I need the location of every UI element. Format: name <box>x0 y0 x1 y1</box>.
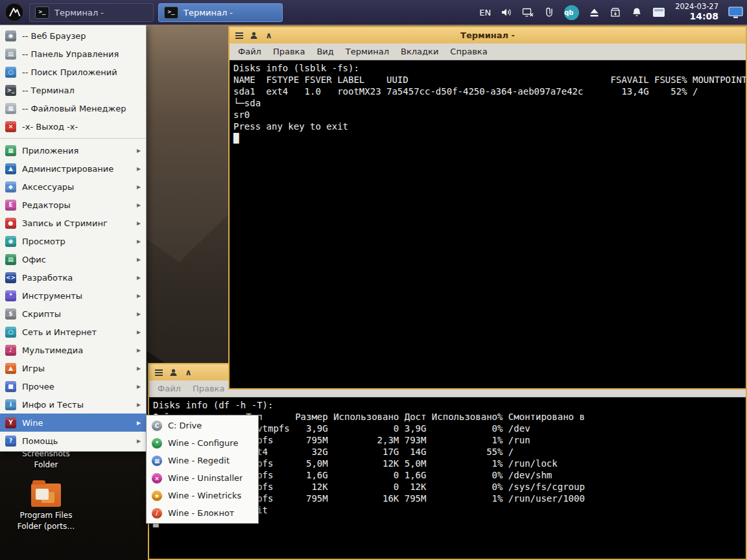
user-icon <box>250 31 258 40</box>
clipboard-manager-button[interactable] <box>544 6 554 18</box>
web-browser-icon: ◉ <box>5 30 16 41</box>
caret-up-icon: ∧ <box>265 31 272 40</box>
menu-item[interactable]: ▦ -- Файловый Менеджер <box>0 99 146 117</box>
clock[interactable]: 2024-03-27 14:08 <box>675 2 718 23</box>
menu-category[interactable]: * Инструменты ▸ <box>0 286 146 305</box>
menu-category[interactable]: E Редакторы ▸ <box>0 196 146 214</box>
menu-item-label: -- Поиск Приложений <box>22 67 117 77</box>
app-menu-button[interactable] <box>4 2 25 23</box>
terminal-menu-item[interactable]: Вид <box>311 45 339 58</box>
menu-category-label: Помощь <box>22 436 58 446</box>
folder-icon <box>31 484 61 507</box>
terminal-menu-item[interactable]: Вкладки <box>395 45 444 58</box>
menu-category[interactable]: ◆ Аксессуары ▸ <box>0 178 146 196</box>
submenu-item-label: Wine - Winetricks <box>168 491 241 500</box>
taskbar-window-button[interactable]: >_ Терминал - <box>29 3 154 22</box>
menu-item[interactable]: ▤ -- Панель Управления <box>0 45 146 63</box>
menu-category[interactable]: Y Wine ▸ <box>0 414 146 432</box>
desktop-icon-program-files-folder[interactable]: Program Files Folder (ports… <box>4 484 88 533</box>
taskbar-window-button[interactable]: >_ Терминал - <box>158 3 283 22</box>
paperclip-icon <box>544 6 554 18</box>
screen-share-button[interactable] <box>522 6 534 18</box>
taskbar-time: 14:08 <box>675 11 718 23</box>
system-tray: EN qb <box>479 2 743 23</box>
window-menu-button[interactable] <box>233 29 245 41</box>
editors-icon: E <box>5 200 16 211</box>
wine-submenu: C C: Drive * Wine - Configure ▦ Wine - R… <box>146 415 259 524</box>
logout-icon: × <box>5 121 16 132</box>
desktop-icon-label: Folder (ports… <box>18 521 75 532</box>
menu-category-label: Администрирование <box>22 164 113 174</box>
menu-item[interactable]: ○ -- Поиск Приложений <box>0 63 146 81</box>
other-icon: ■ <box>5 381 16 392</box>
session-user-button[interactable] <box>167 366 180 379</box>
terminal-menubar: ФайлПравкаВидТерминалВкладкиСправка <box>230 43 746 60</box>
development-icon: <> <box>5 272 16 283</box>
menu-category[interactable]: <> Разработка ▸ <box>0 268 146 286</box>
eject-device-button[interactable] <box>589 7 600 18</box>
menu-category[interactable]: ○ Сеть и Интернет ▸ <box>0 323 146 341</box>
menu-category[interactable]: ▤ Офис ▸ <box>0 250 146 268</box>
submenu-item[interactable]: ★ Wine - Winetricks <box>147 487 258 504</box>
menu-category[interactable]: ▦ Приложения ▸ <box>0 141 146 159</box>
submenu-arrow-icon: ▸ <box>137 200 141 209</box>
submenu-arrow-icon: ▸ <box>137 364 141 373</box>
terminal-menu-item[interactable]: Правка <box>267 45 311 58</box>
menu-category[interactable]: ● Запись и Стриминг ▸ <box>0 214 146 232</box>
accessories-icon: ◆ <box>5 181 16 192</box>
eject-icon <box>589 7 600 18</box>
clock-widget-button[interactable] <box>652 7 665 18</box>
volume-button[interactable] <box>501 6 512 18</box>
notifications-button[interactable] <box>631 6 643 18</box>
multimedia-icon: ♪ <box>5 345 16 356</box>
terminal-menu-item[interactable]: Файл <box>152 382 187 395</box>
terminal-icon: >_ <box>164 6 178 19</box>
submenu-item[interactable]: * Wine - Configure <box>147 434 258 452</box>
menu-top-group: ◉ -- Веб Браузер ▤ -- Панель Управления … <box>0 27 146 135</box>
menu-category[interactable]: ■ Прочее ▸ <box>0 377 146 395</box>
display-settings-button[interactable] <box>728 6 743 19</box>
menu-category[interactable]: i Инфо и Тесты ▸ <box>0 395 146 414</box>
menu-category-label: Инфо и Тесты <box>22 400 84 410</box>
submenu-arrow-icon: ▸ <box>137 164 141 173</box>
terminal-output[interactable]: Disks info (lsblk -fs): NAME FSTYPE FSVE… <box>230 60 746 388</box>
submenu-item[interactable]: C C: Drive <box>147 417 258 434</box>
package-installer-button[interactable] <box>610 6 621 18</box>
session-user-button[interactable] <box>248 29 260 41</box>
wine-regedit-icon: ▦ <box>152 456 162 466</box>
menu-category-label: Мультимедиа <box>22 345 83 355</box>
submenu-item[interactable]: / Wine - Блокнот <box>147 504 258 522</box>
menu-category[interactable]: ▲ Игры ▸ <box>0 359 146 377</box>
terminal-menu-item[interactable]: Терминал <box>340 45 395 58</box>
titlebar[interactable]: ∧ Терминал - <box>230 27 746 43</box>
menu-category-label: Сеть и Интернет <box>22 327 97 337</box>
qbittorrent-icon[interactable]: qb <box>564 5 579 20</box>
menu-item[interactable]: ◉ -- Веб Браузер <box>0 27 146 45</box>
menu-category[interactable]: ▲ Администрирование ▸ <box>0 159 146 178</box>
terminal-window-top[interactable]: ∧ Терминал - ФайлПравкаВидТерминалВкладк… <box>228 26 747 390</box>
taskbar-window-label: Терминал - <box>184 8 233 18</box>
menu-category[interactable]: ♪ Мультимедиа ▸ <box>0 341 146 359</box>
menu-item[interactable]: × -х- Выход -х- <box>0 117 146 135</box>
submenu-item[interactable]: ▦ Wine - Regedit <box>147 452 258 469</box>
scroll-up-button[interactable]: ∧ <box>182 366 195 379</box>
menu-category[interactable]: ? Помощь ▸ <box>0 432 146 450</box>
submenu-item[interactable]: × Wine - Uninstaller <box>147 469 258 487</box>
window-menu-button[interactable] <box>152 366 165 379</box>
terminal-menu-item[interactable]: Справка <box>444 45 493 58</box>
keyboard-layout-indicator[interactable]: EN <box>479 8 491 18</box>
viewing-icon: ◉ <box>5 236 16 247</box>
taskbar-window-label: Терминал - <box>54 8 104 18</box>
menu-category[interactable]: ◉ Просмотр ▸ <box>0 232 146 250</box>
info-tests-icon: i <box>5 399 16 410</box>
terminal-menu-item[interactable]: Правка <box>187 382 230 395</box>
menu-category[interactable]: $ Скрипты ▸ <box>0 305 146 323</box>
scroll-up-button[interactable]: ∧ <box>263 29 275 41</box>
desktop-icon-screenshots-folder[interactable]: Screenshots Folder <box>4 449 88 471</box>
menu-item[interactable]: >_ -- Терминал <box>0 81 146 99</box>
terminal-menu-item[interactable]: Файл <box>232 45 267 58</box>
menu-category-label: Инструменты <box>22 291 82 301</box>
desktop-icon-label: Program Files <box>20 510 73 521</box>
taskbar-date: 2024-03-27 <box>675 2 718 11</box>
application-menu: ◉ -- Веб Браузер ▤ -- Панель Управления … <box>0 25 147 452</box>
